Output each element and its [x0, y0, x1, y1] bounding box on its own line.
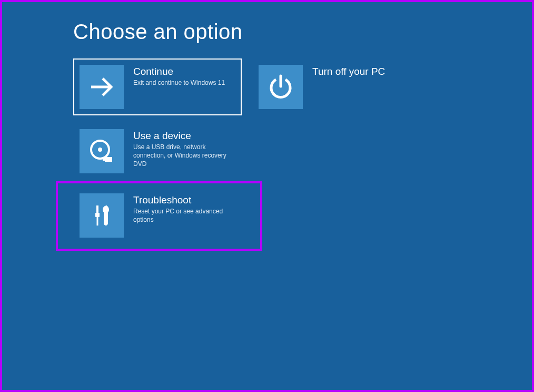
troubleshoot-option[interactable]: Troubleshoot Reset your PC or see advanc…	[73, 187, 242, 244]
use-device-desc: Use a USB drive, network connection, or …	[133, 143, 234, 169]
continue-text: Continue Exit and continue to Windows 11	[127, 62, 239, 87]
svg-rect-8	[97, 217, 98, 226]
svg-rect-5	[103, 158, 105, 161]
troubleshoot-desc: Reset your PC or see advanced options	[133, 207, 234, 224]
troubleshoot-title: Troubleshoot	[133, 194, 234, 206]
power-off-title: Turn off your PC	[312, 66, 413, 77]
tools-icon	[80, 193, 124, 238]
continue-title: Continue	[133, 66, 234, 77]
use-device-text: Use a device Use a USB drive, network co…	[127, 126, 239, 169]
recovery-options-container: Choose an option Continue Exit and conti…	[2, 2, 532, 244]
svg-rect-7	[95, 213, 100, 217]
use-device-option[interactable]: Use a device Use a USB drive, network co…	[73, 123, 242, 180]
svg-rect-6	[96, 205, 98, 213]
continue-desc: Exit and continue to Windows 11	[133, 79, 234, 87]
use-device-title: Use a device	[133, 130, 234, 142]
power-off-text: Turn off your PC	[306, 62, 418, 79]
arrow-right-icon	[80, 65, 124, 109]
power-off-option[interactable]: Turn off your PC	[252, 58, 421, 115]
continue-option[interactable]: Continue Exit and continue to Windows 11	[73, 58, 242, 115]
disc-usb-icon	[80, 129, 124, 173]
troubleshoot-text: Troubleshoot Reset your PC or see advanc…	[127, 190, 239, 224]
options-grid: Continue Exit and continue to Windows 11…	[73, 58, 532, 244]
svg-point-3	[98, 148, 102, 152]
page-title: Choose an option	[73, 20, 532, 44]
svg-rect-4	[105, 157, 112, 162]
power-icon	[259, 65, 303, 109]
